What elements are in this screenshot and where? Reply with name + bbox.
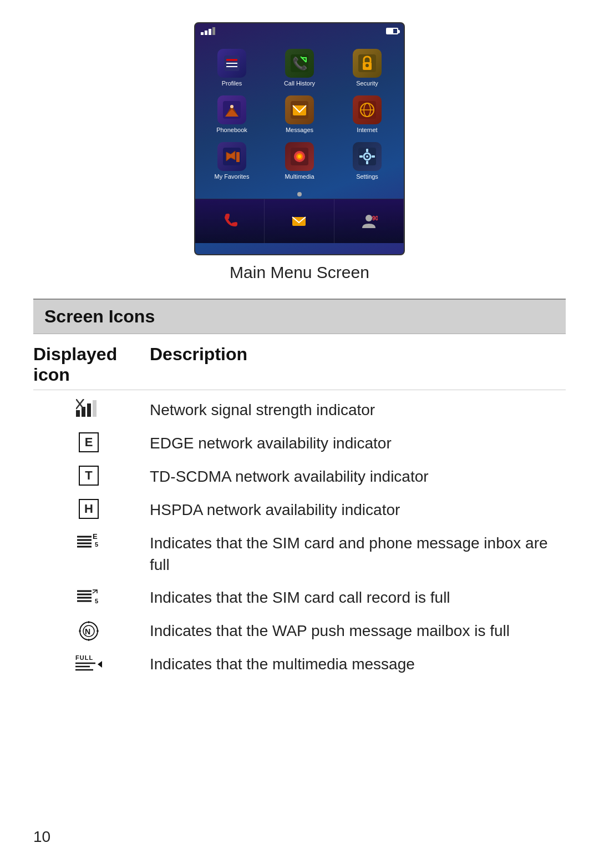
- profiles-icon: [217, 49, 246, 78]
- icon-cell-sim-inbox: E 5: [33, 532, 144, 552]
- tdscdma-box-icon: T: [79, 466, 99, 486]
- svg-text:📞: 📞: [292, 56, 308, 71]
- callhistory-label: Call History: [284, 80, 315, 87]
- icon-cell-signal: [33, 399, 144, 419]
- svg-rect-32: [359, 155, 363, 158]
- table-row-sim-inbox: E 5 Indicates that the SIM card and phon…: [33, 527, 566, 581]
- signal-bar-2: [205, 31, 207, 35]
- phone-status-bar: [195, 23, 404, 39]
- col-desc-label: Description: [150, 344, 247, 364]
- section-title: Screen Icons: [44, 306, 155, 326]
- icon-cell-mms: FULL: [33, 653, 144, 673]
- menu-item-internet[interactable]: Internet: [333, 91, 401, 138]
- menu-item-messages[interactable]: Messages: [266, 91, 333, 138]
- phone-bottom-icons: 90: [195, 199, 404, 243]
- col-desc-header: Description: [144, 344, 566, 385]
- menu-item-profiles[interactable]: Profiles: [198, 44, 266, 91]
- menu-item-favorites[interactable]: My Favorites: [198, 138, 266, 184]
- phonebook-label: Phonebook: [216, 127, 247, 133]
- screen-caption: Main Menu Screen: [230, 263, 369, 282]
- favorites-icon: [217, 142, 246, 171]
- status-signal-bars: [201, 27, 215, 35]
- phone-screen: Profiles 📞 Call History: [194, 22, 405, 255]
- internet-icon: [353, 95, 382, 124]
- svg-rect-37: [76, 410, 80, 417]
- icon-cell-tdscdma: T: [33, 466, 144, 486]
- security-label: Security: [356, 80, 378, 87]
- svg-point-29: [366, 155, 368, 158]
- page-dot: [297, 192, 302, 196]
- svg-rect-39: [87, 403, 91, 417]
- icon-cell-sim-call: 5: [33, 587, 144, 607]
- desc-sim-call: Indicates that the SIM card call record …: [144, 587, 566, 608]
- messages-icon: [285, 95, 314, 124]
- phonebook-icon: [217, 95, 246, 124]
- messages-label: Messages: [286, 127, 313, 133]
- table-row-hspda: H HSPDA network availability indicator: [33, 493, 566, 527]
- table-row-wap: N Indicates that the WAP push message ma…: [33, 614, 566, 648]
- signal-bar-1: [201, 32, 204, 35]
- table-row-signal: Network signal strength indicator: [33, 393, 566, 427]
- svg-text:FULL: FULL: [75, 654, 93, 661]
- icon-cell-wap: N: [33, 620, 144, 642]
- icon-cell-edge: E: [33, 432, 144, 452]
- icons-table: Displayed icon Description Network signa…: [33, 340, 566, 681]
- multimedia-icon: [285, 142, 314, 171]
- svg-rect-30: [366, 149, 368, 152]
- menu-item-security[interactable]: Security: [333, 44, 401, 91]
- signal-bar-4: [212, 27, 215, 35]
- table-row-sim-call: 5 Indicates that the SIM card call recor…: [33, 581, 566, 614]
- edge-box-icon: E: [79, 432, 99, 452]
- battery-fill: [387, 29, 393, 33]
- signal-bar-3: [209, 29, 211, 35]
- settings-icon: [353, 142, 382, 171]
- menu-item-settings[interactable]: Settings: [333, 138, 401, 184]
- menu-item-callhistory[interactable]: 📞 Call History: [266, 44, 333, 91]
- svg-text:N: N: [85, 627, 90, 636]
- svg-rect-31: [366, 161, 368, 164]
- phone-screenshot-container: Profiles 📞 Call History: [33, 22, 566, 282]
- multimedia-label: Multimedia: [285, 173, 314, 180]
- svg-rect-40: [93, 400, 97, 417]
- desc-mms: Indicates that the multimedia message: [144, 653, 566, 675]
- desc-hspda: HSPDA network availability indicator: [144, 499, 566, 521]
- battery-icon: [386, 28, 398, 34]
- table-row-mms: FULL Indicates that the multimedia messa…: [33, 648, 566, 681]
- phone-dot-indicator: [195, 190, 404, 199]
- section-header: Screen Icons: [33, 299, 566, 334]
- svg-text:90: 90: [372, 215, 378, 221]
- internet-label: Internet: [357, 127, 377, 133]
- icon-cell-hspda: H: [33, 499, 144, 519]
- svg-rect-33: [372, 155, 375, 158]
- svg-point-35: [366, 215, 372, 221]
- svg-point-13: [230, 105, 233, 108]
- desc-signal: Network signal strength indicator: [144, 399, 566, 421]
- hspda-box-icon: H: [79, 499, 99, 519]
- desc-edge: EDGE network availability indicator: [144, 432, 566, 454]
- menu-item-multimedia[interactable]: Multimedia: [266, 138, 333, 184]
- svg-line-53: [93, 590, 97, 593]
- table-header-row: Displayed icon Description: [33, 340, 566, 390]
- phone-menu-grid: Profiles 📞 Call History: [195, 39, 404, 190]
- desc-tdscdma: TD-SCDMA network availability indicator: [144, 466, 566, 487]
- svg-rect-22: [236, 152, 240, 162]
- table-row-edge: E EDGE network availability indicator: [33, 427, 566, 460]
- favorites-label: My Favorites: [215, 173, 250, 180]
- page-number: 10: [33, 828, 50, 846]
- svg-text:5: 5: [95, 598, 98, 604]
- bottom-icon-person: 90: [334, 199, 404, 243]
- callhistory-icon: 📞: [285, 49, 314, 78]
- col-icon-header: Displayed icon: [33, 344, 144, 385]
- bottom-icon-message: [265, 199, 334, 243]
- svg-text:5: 5: [95, 541, 98, 548]
- desc-wap: Indicates that the WAP push message mail…: [144, 620, 566, 642]
- security-icon: [353, 49, 382, 78]
- menu-item-phonebook[interactable]: Phonebook: [198, 91, 266, 138]
- svg-point-9: [366, 64, 369, 67]
- svg-text:E: E: [93, 532, 98, 541]
- profiles-label: Profiles: [222, 80, 242, 87]
- bottom-icon-phone: [195, 199, 265, 243]
- table-row-tdscdma: T TD-SCDMA network availability indicato…: [33, 460, 566, 493]
- col-icon-label: Displayed icon: [33, 344, 144, 385]
- settings-label: Settings: [356, 173, 378, 180]
